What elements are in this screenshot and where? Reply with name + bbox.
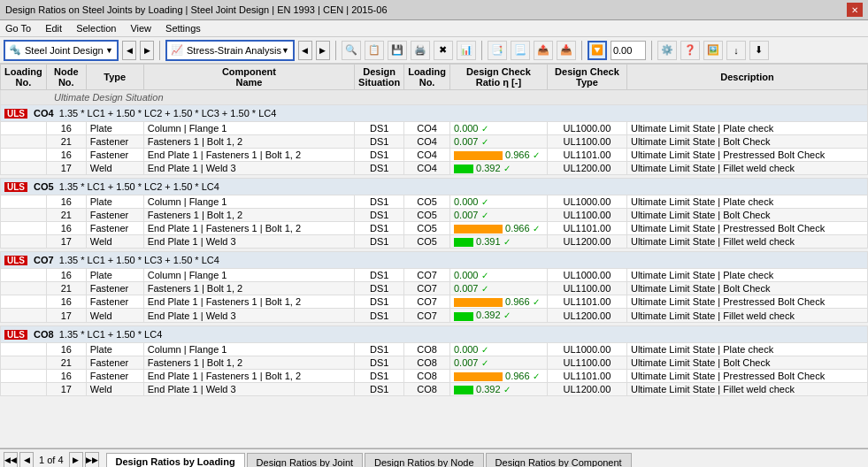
cell-loading-no2: CO7 bbox=[404, 269, 450, 282]
ratio-bar bbox=[454, 238, 473, 247]
cell-design-situation: DS1 bbox=[355, 149, 404, 162]
cell-component-name: Fasteners 1 | Bolt 1, 2 bbox=[143, 135, 354, 149]
cell-type: Plate bbox=[86, 269, 143, 282]
cell-loading-no bbox=[1, 135, 47, 149]
checkmark-icon: ✓ bbox=[533, 150, 540, 160]
filter-value-input[interactable] bbox=[611, 41, 646, 60]
cell-design-situation: DS1 bbox=[355, 309, 404, 322]
cell-component-name: End Plate 1 | Fasteners 1 | Bolt 1, 2 bbox=[143, 295, 354, 309]
toolbar-icon-11[interactable]: ⚙️ bbox=[657, 41, 677, 60]
nav-prev-page-btn[interactable]: ◀ bbox=[19, 452, 34, 467]
menu-settings[interactable]: Settings bbox=[164, 22, 203, 34]
cell-component-name: Column | Flange 1 bbox=[143, 195, 354, 209]
ratio-value: 0.007 bbox=[454, 283, 479, 294]
cell-description: Ultimate Limit State | Prestressed Bolt … bbox=[626, 222, 867, 235]
ratio-value: 0.392 bbox=[476, 384, 501, 394]
cell-node-no: 16 bbox=[46, 149, 86, 162]
nav-first-btn[interactable]: ◀◀ bbox=[4, 452, 18, 467]
cell-type: Fastener bbox=[86, 369, 143, 382]
ratio-bar bbox=[454, 372, 503, 381]
cell-check-type: UL1000.00 bbox=[547, 342, 626, 356]
checkmark-icon: ✓ bbox=[533, 297, 540, 307]
cell-component-name: End Plate 1 | Fasteners 1 | Bolt 1, 2 bbox=[143, 149, 354, 162]
nav-prev-btn[interactable]: ◀ bbox=[122, 41, 136, 60]
checkmark-icon: ✓ bbox=[503, 237, 511, 247]
close-button[interactable]: ✕ bbox=[847, 3, 863, 17]
toolbar-icon-8[interactable]: 📃 bbox=[511, 41, 530, 60]
nav-prev-btn-2[interactable]: ◀ bbox=[298, 41, 312, 60]
toolbar-sep-1 bbox=[159, 41, 160, 60]
tab-2[interactable]: Design Ratios by Node bbox=[365, 453, 484, 467]
cell-loading-no2: CO4 bbox=[404, 149, 450, 162]
checkmark-icon: ✓ bbox=[481, 211, 488, 220]
cell-type: Fastener bbox=[86, 149, 143, 162]
cell-ratio: 0.391 ✓ bbox=[449, 235, 547, 249]
filter-icon-btn[interactable]: 🔽 bbox=[588, 41, 607, 60]
col-loading-no2: LoadingNo. bbox=[404, 65, 450, 90]
tab-0[interactable]: Design Ratios by Loading bbox=[106, 453, 245, 467]
toolbar-icon-4[interactable]: 🖨️ bbox=[411, 41, 430, 60]
cell-check-type: UL1000.00 bbox=[547, 269, 626, 282]
ratio-value: 0.966 bbox=[505, 371, 530, 381]
toolbar-icon-2[interactable]: 📋 bbox=[365, 41, 384, 60]
cell-type: Weld bbox=[86, 309, 143, 322]
tab-1[interactable]: Design Ratios by Joint bbox=[247, 453, 363, 467]
cell-ratio: 0.000 ✓ bbox=[449, 122, 547, 135]
toolbar-icon-12[interactable]: ❓ bbox=[680, 41, 700, 60]
toolbar-icon-3[interactable]: 💾 bbox=[388, 41, 407, 60]
checkmark-icon: ✓ bbox=[503, 310, 511, 320]
toolbar-icon-7[interactable]: 📑 bbox=[488, 41, 507, 60]
cell-description: Ultimate Limit State | Bolt Check bbox=[626, 135, 867, 149]
toolbar-icon-13[interactable]: 🖼️ bbox=[703, 41, 723, 60]
cell-node-no: 17 bbox=[46, 162, 86, 175]
toolbar-icon-1[interactable]: 🔍 bbox=[342, 41, 361, 60]
dropdown-1[interactable]: 🔩 Steel Joint Design ▼ bbox=[4, 40, 119, 61]
nav-last-btn[interactable]: ▶▶ bbox=[85, 452, 99, 467]
cell-design-situation: DS1 bbox=[355, 209, 404, 222]
dropdown-2[interactable]: 📈 Stress-Strain Analysis ▼ bbox=[165, 40, 295, 61]
main-table: LoadingNo. NodeNo. Type ComponentName De… bbox=[0, 64, 868, 399]
toolbar-icon-10[interactable]: 📥 bbox=[557, 41, 576, 60]
nav-next-btn[interactable]: ▶ bbox=[140, 41, 154, 60]
cell-loading-no2: CO8 bbox=[404, 369, 450, 382]
menu-view[interactable]: View bbox=[128, 22, 153, 34]
menu-selection[interactable]: Selection bbox=[74, 22, 118, 34]
toolbar-icon-5[interactable]: ✖ bbox=[434, 41, 453, 60]
cell-loading-no2: CO5 bbox=[404, 222, 450, 235]
cell-component-name: Column | Flange 1 bbox=[143, 269, 354, 282]
cell-design-situation: DS1 bbox=[355, 356, 404, 369]
ratio-bar bbox=[454, 386, 473, 394]
cell-component-name: Fasteners 1 | Bolt 1, 2 bbox=[143, 282, 354, 295]
cell-check-type: UL1100.00 bbox=[547, 282, 626, 295]
cell-ratio: 0.000 ✓ bbox=[449, 342, 547, 356]
tab-3[interactable]: Design Ratios by Component bbox=[486, 453, 632, 467]
table-row: 21 Fastener Fasteners 1 | Bolt 1, 2 DS1 … bbox=[1, 135, 868, 149]
cell-type: Plate bbox=[86, 122, 143, 135]
ratio-value: 0.007 bbox=[454, 210, 479, 220]
toolbar-sep-2 bbox=[335, 41, 336, 60]
cell-ratio: 0.966 ✓ bbox=[449, 295, 547, 309]
checkmark-icon: ✓ bbox=[533, 224, 540, 234]
bottom-bar: ◀◀ ◀ 1 of 4 ▶ ▶▶ Design Ratios by Loadin… bbox=[0, 448, 868, 467]
cell-ratio: 0.007 ✓ bbox=[449, 209, 547, 222]
toolbar-icon-15[interactable]: ⬇ bbox=[749, 41, 769, 60]
nav-next-page-btn[interactable]: ▶ bbox=[69, 452, 83, 467]
cell-description: Ultimate Limit State | Bolt Check bbox=[626, 282, 867, 295]
menu-edit[interactable]: Edit bbox=[43, 22, 64, 34]
cell-design-situation: DS1 bbox=[355, 269, 404, 282]
cell-design-situation: DS1 bbox=[355, 122, 404, 135]
table-row: 17 Weld End Plate 1 | Weld 3 DS1 CO4 0.3… bbox=[1, 162, 868, 175]
cell-type: Weld bbox=[86, 235, 143, 249]
toolbar-icon-6[interactable]: 📊 bbox=[457, 41, 476, 60]
ratio-value: 0.000 bbox=[454, 344, 479, 355]
dropdown-2-label: Stress-Strain Analysis bbox=[187, 45, 281, 56]
menu-goto[interactable]: Go To bbox=[4, 22, 33, 34]
nav-next-btn-2[interactable]: ▶ bbox=[316, 41, 330, 60]
toolbar-icon-9[interactable]: 📤 bbox=[534, 41, 553, 60]
checkmark-icon: ✓ bbox=[503, 385, 511, 394]
cell-ratio: 0.000 ✓ bbox=[449, 269, 547, 282]
ratio-bar bbox=[454, 165, 473, 173]
cell-node-no: 16 bbox=[46, 122, 86, 135]
cell-check-type: UL1200.00 bbox=[547, 235, 626, 249]
toolbar-icon-14[interactable]: ↓ bbox=[726, 41, 746, 60]
